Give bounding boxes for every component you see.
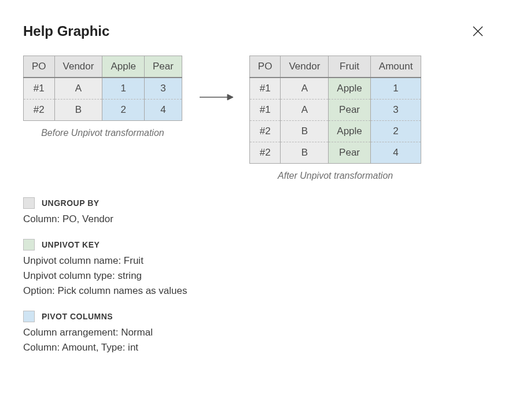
cell: #2 [24, 100, 55, 121]
legend-pivot: PIVOT COLUMNS Column arrangement: Normal… [23, 311, 485, 353]
table-row: #1 A Pear 3 [249, 100, 421, 121]
after-table-block: PO Vendor Fruit Amount #1 A Apple 1 #1 A… [249, 56, 422, 181]
cell: Apple [329, 121, 370, 142]
before-table: PO Vendor Apple Pear #1 A 1 3 #2 B 2 4 [23, 56, 182, 121]
cell: 1 [102, 78, 144, 100]
cell: #1 [24, 78, 55, 100]
swatch-gray [23, 197, 35, 209]
cell: 3 [370, 100, 421, 121]
cell: A [281, 78, 329, 100]
svg-marker-3 [227, 94, 233, 100]
table-row: #2 B Apple 2 [249, 121, 421, 142]
dialog-header: Help Graphic [23, 23, 485, 39]
after-header: Amount [370, 56, 421, 78]
legend-line: Column: PO, Vendor [23, 213, 485, 225]
table-row: #2 B 2 4 [24, 100, 182, 121]
cell: 2 [370, 121, 421, 142]
cell: #1 [249, 78, 281, 100]
table-row: #2 B Pear 4 [249, 142, 421, 164]
cell: #2 [249, 121, 281, 142]
dialog-title: Help Graphic [23, 23, 109, 39]
after-table: PO Vendor Fruit Amount #1 A Apple 1 #1 A… [249, 56, 422, 164]
cell: 2 [102, 100, 144, 121]
cell: 3 [144, 78, 182, 100]
arrow-icon [198, 93, 233, 104]
legend: UNGROUP BY Column: PO, Vendor UNPIVOT KE… [23, 197, 485, 353]
close-icon[interactable] [471, 24, 485, 38]
legend-line: Option: Pick column names as values [23, 285, 485, 297]
cell: A [281, 100, 329, 121]
swatch-green [23, 239, 35, 250]
table-row: #1 A Apple 1 [249, 78, 421, 100]
after-header: Fruit [329, 56, 370, 78]
diagram-row: PO Vendor Apple Pear #1 A 1 3 #2 B 2 4 [23, 56, 485, 181]
after-caption: After Unpivot transformation [278, 171, 393, 181]
swatch-blue [23, 311, 35, 322]
cell: B [54, 100, 102, 121]
before-header: Apple [102, 56, 144, 78]
cell: Apple [329, 78, 370, 100]
cell: #1 [249, 100, 281, 121]
table-row: #1 A 1 3 [24, 78, 182, 100]
cell: #2 [249, 142, 281, 164]
cell: Pear [329, 100, 370, 121]
before-table-block: PO Vendor Apple Pear #1 A 1 3 #2 B 2 4 [23, 56, 182, 138]
cell: 4 [144, 100, 182, 121]
cell: A [54, 78, 102, 100]
cell: B [281, 142, 329, 164]
legend-pivot-label: PIVOT COLUMNS [42, 312, 113, 321]
cell: B [281, 121, 329, 142]
after-header: Vendor [281, 56, 329, 78]
legend-line: Column arrangement: Normal [23, 327, 485, 338]
legend-ungroup: UNGROUP BY Column: PO, Vendor [23, 197, 485, 225]
legend-ungroup-label: UNGROUP BY [42, 198, 100, 208]
legend-line: Unpivot column name: Fruit [23, 255, 485, 267]
cell: Pear [329, 142, 370, 164]
cell: 1 [370, 78, 421, 100]
legend-unpivot-label: UNPIVOT KEY [42, 240, 100, 249]
before-header: Vendor [54, 56, 102, 78]
before-caption: Before Unpivot transformation [41, 128, 164, 138]
legend-unpivot: UNPIVOT KEY Unpivot column name: Fruit U… [23, 239, 485, 297]
legend-line: Unpivot column type: string [23, 270, 485, 282]
after-header: PO [249, 56, 281, 78]
cell: 4 [370, 142, 421, 164]
before-header: Pear [144, 56, 182, 78]
before-header: PO [24, 56, 55, 78]
legend-line: Column: Amount, Type: int [23, 342, 485, 353]
